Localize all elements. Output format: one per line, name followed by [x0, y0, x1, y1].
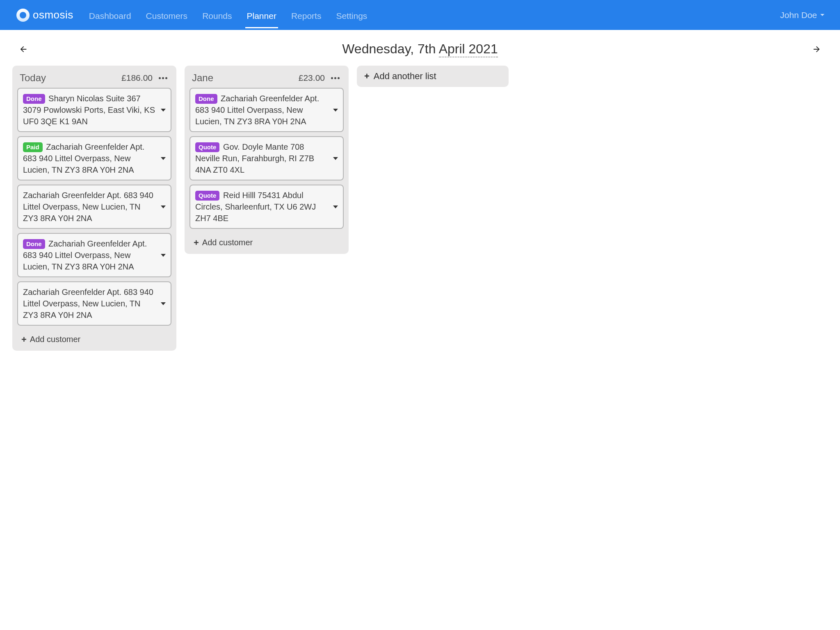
- card-content: Paid Zachariah Greenfelder Apt. 683 940 …: [23, 141, 157, 176]
- card-content: Done Zachariah Greenfelder Apt. 683 940 …: [195, 93, 329, 127]
- add-customer-label: Add customer: [202, 238, 253, 247]
- add-list-button[interactable]: +Add another list: [357, 66, 509, 87]
- nav-links: DashboardCustomersRoundsPlannerReportsSe…: [87, 2, 780, 28]
- prev-day-button[interactable]: [17, 43, 30, 55]
- nav-link-rounds[interactable]: Rounds: [201, 2, 233, 28]
- add-customer-button[interactable]: +Add customer: [189, 233, 344, 248]
- arrow-left-icon: [19, 45, 28, 54]
- nav-link-dashboard[interactable]: Dashboard: [87, 2, 133, 28]
- add-customer-label: Add customer: [30, 335, 80, 344]
- date-nav: Wednesday, 7th April 2021: [0, 30, 840, 66]
- list-header: Today£186.00: [17, 71, 171, 88]
- nav-link-customers[interactable]: Customers: [144, 2, 189, 28]
- card[interactable]: Zachariah Greenfelder Apt. 683 940 Litte…: [17, 185, 171, 229]
- add-list-label: Add another list: [374, 71, 436, 82]
- chevron-down-icon[interactable]: [161, 205, 166, 208]
- arrow-right-icon: [812, 45, 821, 54]
- card[interactable]: Done Zachariah Greenfelder Apt. 683 940 …: [189, 88, 344, 132]
- chevron-down-icon[interactable]: [161, 254, 166, 257]
- user-menu[interactable]: John Doe: [780, 10, 833, 20]
- card[interactable]: Done Sharyn Nicolas Suite 367 3079 Powlo…: [17, 88, 171, 132]
- card-content: Quote Reid Hilll 75431 Abdul Circles, Sh…: [195, 189, 329, 224]
- list-total: £186.00: [121, 73, 153, 83]
- chevron-down-icon[interactable]: [333, 157, 338, 160]
- plus-icon: +: [364, 72, 370, 81]
- card-text: Zachariah Greenfelder Apt. 683 940 Litte…: [23, 191, 153, 223]
- list-title[interactable]: Today: [20, 72, 117, 84]
- card-content: Zachariah Greenfelder Apt. 683 940 Litte…: [23, 189, 157, 224]
- card-content: Quote Gov. Doyle Mante 708 Neville Run, …: [195, 141, 329, 176]
- card-text: Zachariah Greenfelder Apt. 683 940 Litte…: [23, 288, 153, 320]
- chevron-down-icon: [820, 14, 824, 16]
- status-badge: Done: [195, 94, 217, 104]
- nav-link-planner[interactable]: Planner: [245, 2, 278, 28]
- list: Today£186.00Done Sharyn Nicolas Suite 36…: [12, 66, 176, 351]
- card-content: Done Sharyn Nicolas Suite 367 3079 Powlo…: [23, 93, 157, 127]
- list-menu-button[interactable]: [157, 77, 169, 79]
- chevron-down-icon[interactable]: [333, 109, 338, 112]
- date-month-year[interactable]: April 2021: [439, 41, 498, 57]
- chevron-down-icon[interactable]: [161, 302, 166, 305]
- date-title[interactable]: Wednesday, 7th April 2021: [342, 41, 498, 57]
- brand[interactable]: osmosis: [16, 8, 73, 23]
- add-customer-button[interactable]: +Add customer: [17, 330, 171, 345]
- nav-link-reports[interactable]: Reports: [290, 2, 323, 28]
- card[interactable]: Paid Zachariah Greenfelder Apt. 683 940 …: [17, 136, 171, 180]
- card-content: Done Zachariah Greenfelder Apt. 683 940 …: [23, 238, 157, 272]
- list-header: Jane£23.00: [189, 71, 344, 88]
- date-weekday-day: Wednesday, 7th: [342, 41, 438, 56]
- status-badge: Quote: [195, 142, 219, 152]
- list-total: £23.00: [299, 73, 325, 83]
- next-day-button[interactable]: [810, 43, 823, 55]
- plus-icon: +: [194, 238, 199, 247]
- status-badge: Paid: [23, 142, 43, 152]
- list: Jane£23.00Done Zachariah Greenfelder Apt…: [185, 66, 349, 254]
- user-name: John Doe: [780, 10, 817, 20]
- svg-point-1: [20, 12, 26, 18]
- card[interactable]: Quote Gov. Doyle Mante 708 Neville Run, …: [189, 136, 344, 180]
- chevron-down-icon[interactable]: [161, 109, 166, 112]
- nav-link-settings[interactable]: Settings: [334, 2, 369, 28]
- card[interactable]: Quote Reid Hilll 75431 Abdul Circles, Sh…: [189, 185, 344, 229]
- board: Today£186.00Done Sharyn Nicolas Suite 36…: [0, 66, 840, 363]
- status-badge: Quote: [195, 191, 219, 201]
- brand-logo-icon: [16, 8, 30, 23]
- status-badge: Done: [23, 94, 45, 104]
- list-title[interactable]: Jane: [192, 72, 294, 84]
- chevron-down-icon[interactable]: [333, 205, 338, 208]
- top-navbar: osmosis DashboardCustomersRoundsPlannerR…: [0, 0, 840, 30]
- plus-icon: +: [21, 335, 27, 344]
- list-menu-button[interactable]: [329, 77, 341, 79]
- card[interactable]: Done Zachariah Greenfelder Apt. 683 940 …: [17, 233, 171, 277]
- card-content: Zachariah Greenfelder Apt. 683 940 Litte…: [23, 286, 157, 321]
- chevron-down-icon[interactable]: [161, 157, 166, 160]
- status-badge: Done: [23, 239, 45, 249]
- card[interactable]: Zachariah Greenfelder Apt. 683 940 Litte…: [17, 281, 171, 326]
- brand-name: osmosis: [33, 9, 73, 21]
